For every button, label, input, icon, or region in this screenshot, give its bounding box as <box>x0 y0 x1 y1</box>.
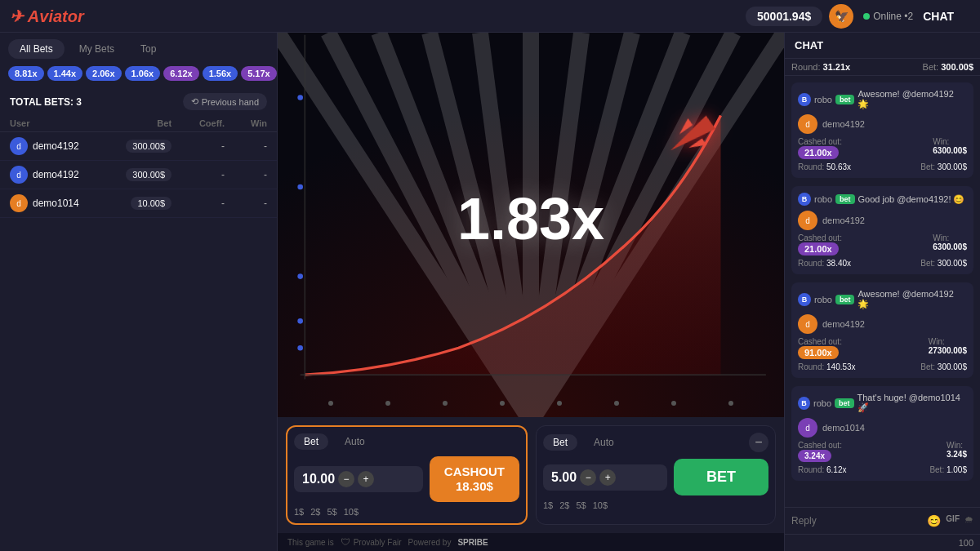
svg-point-16 <box>297 273 303 279</box>
username: demo4192 <box>33 169 79 180</box>
game-footer: This game is 🛡 Provably Fair Powered by … <box>278 533 784 551</box>
chat-badge: bet <box>835 194 855 204</box>
chat-username: demo1014 <box>822 423 865 433</box>
user-avatar[interactable]: 🦅 <box>829 4 853 29</box>
msg-text: Awesome! @demo4192 🌟 <box>858 289 967 309</box>
table-row: d demo4192 300.00$ - - <box>0 132 277 161</box>
svg-point-18 <box>297 345 303 351</box>
footer-brand: SPRIBE <box>457 538 488 547</box>
online-indicator: Online • 2 <box>863 11 913 22</box>
sender-name: robo <box>814 194 832 204</box>
chat-badge: bet <box>835 295 855 304</box>
avatar: d <box>10 137 28 155</box>
bottom-controls: Bet Auto 10.00 − + CASHOUT 18.30$ <box>278 417 784 533</box>
logo: ✈ Aviator <box>10 7 84 26</box>
quick-2[interactable]: 2$ <box>310 507 320 517</box>
online-count-display: 100 <box>785 534 980 551</box>
quick2-10[interactable]: 10$ <box>593 500 608 510</box>
mult-badge: 2.06x <box>86 66 122 81</box>
chat-avatar: d <box>798 418 817 438</box>
bot-badge: B <box>798 293 811 306</box>
timeline-dot <box>500 401 505 406</box>
chat-header: CHAT <box>785 33 980 59</box>
sender-name: robo <box>814 95 832 104</box>
chat-stats: Cashed out: 3.24x Win: 3.24$ <box>798 441 967 462</box>
bet-tab-bet[interactable]: Bet <box>294 433 328 450</box>
chat-reply-input[interactable] <box>791 515 927 527</box>
bet-tab-auto[interactable]: Auto <box>335 433 375 450</box>
cashed-out-badge: 91.00x <box>798 346 839 359</box>
round-value: 31.21x <box>823 62 851 72</box>
mult-badge: 6.12x <box>163 66 199 81</box>
cashout-amount: 18.30$ <box>444 479 505 494</box>
timeline-dot <box>385 401 390 406</box>
cashout-button[interactable]: CASHOUT 18.30$ <box>430 456 519 502</box>
emoji-icon[interactable]: 😊 <box>927 514 941 527</box>
bets-table: User Bet Coeff. Win d demo4192 300.00$ - <box>0 115 277 218</box>
bot-badge: B <box>798 397 810 410</box>
online-count-val: 100 <box>959 538 973 548</box>
chat-messages: B robo bet Awesome! @demo4192 🌟 d demo41… <box>785 76 980 507</box>
total-count: 3 <box>76 96 82 108</box>
round-label: Round: 31.21x <box>791 62 850 72</box>
provably-fair[interactable]: 🛡 Provably Fair <box>341 536 402 548</box>
bet-minus-btn[interactable]: − <box>338 471 354 487</box>
chat-stats: Cashed out: 21.00x Win: 6300.00$ <box>798 233 967 256</box>
chat-message: B robo bet Awesome! @demo4192 🌟 d demo41… <box>791 282 973 378</box>
prev-hand-button[interactable]: ⟲ Previous hand <box>183 93 267 110</box>
quick-5[interactable]: 5$ <box>327 507 337 517</box>
balance-amount: 50001.94$ <box>757 10 811 23</box>
quick2-1[interactable]: 1$ <box>543 500 553 510</box>
chat-message: B robo bet Awesome! @demo4192 🌟 d demo41… <box>791 82 973 178</box>
bet-panel-1-tabs: Bet Auto <box>294 433 519 450</box>
tab-top[interactable]: Top <box>129 39 167 59</box>
chat-reply-icons: 😊 GIF 🌧 <box>927 514 973 527</box>
tab-all-bets[interactable]: All Bets <box>8 39 65 59</box>
chat-msg-header: B robo bet Good job @demo4192! 😊 <box>798 193 967 206</box>
chat-user-row: d demo4192 <box>798 314 967 334</box>
quick2-2[interactable]: 2$ <box>559 500 569 510</box>
bet-amount-input[interactable]: 10.00 − + <box>294 466 423 492</box>
chat-stats: Cashed out: 91.00x Win: 27300.00$ <box>798 337 967 359</box>
bet2-plus-btn[interactable]: + <box>599 469 616 486</box>
svg-point-15 <box>297 184 303 190</box>
bet-input-row: 10.00 − + CASHOUT 18.30$ <box>294 456 519 502</box>
bot-badge: B <box>798 93 811 106</box>
chat-user-row: d demo4192 <box>798 114 967 134</box>
bet-amount-controls: − + <box>338 471 374 487</box>
quick-amounts-2: 1$ 2$ 5$ 10$ <box>543 500 768 510</box>
col-bet: Bet <box>105 115 181 132</box>
chat-username: demo4192 <box>822 119 865 129</box>
table-row: d demo4192 300.00$ - - <box>0 161 277 189</box>
bet2-tab-auto[interactable]: Auto <box>584 434 624 451</box>
chat-panel: CHAT Round: 31.21x Bet: 300.00$ B robo b… <box>784 33 980 551</box>
quick-10[interactable]: 10$ <box>344 507 359 517</box>
left-panel: All Bets My Bets Top 8.81x 1.44x 2.06x 1… <box>0 33 278 551</box>
chat-badge: bet <box>835 398 854 408</box>
history-icon: ⟲ <box>191 96 198 107</box>
win-val: - <box>234 189 277 218</box>
gif-icon[interactable]: GIF <box>946 514 960 527</box>
timeline-dot <box>328 401 333 406</box>
bet2-amount-input[interactable]: 5.00 − + <box>543 464 667 491</box>
rain-icon[interactable]: 🌧 <box>964 514 973 527</box>
balance-display: 50001.94$ <box>746 7 822 26</box>
current-multiplier: 1.83x <box>457 185 604 251</box>
bet-plus-btn[interactable]: + <box>358 471 374 487</box>
quick2-5[interactable]: 5$ <box>577 500 586 510</box>
coeff-val: - <box>181 161 234 189</box>
tab-my-bets[interactable]: My Bets <box>68 39 126 59</box>
bet2-tab-bet[interactable]: Bet <box>543 434 577 451</box>
timeline-dot <box>443 401 448 406</box>
win-val: - <box>234 161 277 189</box>
chat-message: B robo bet Good job @demo4192! 😊 d demo4… <box>791 186 973 274</box>
col-user: User <box>0 115 105 132</box>
chat-username: demo4192 <box>822 319 865 329</box>
bet-button[interactable]: BET <box>674 459 768 495</box>
quick-1[interactable]: 1$ <box>294 507 304 517</box>
panel2-close-btn[interactable]: − <box>749 433 768 452</box>
timeline-dot <box>557 401 562 406</box>
bet-amount: 300.00$ <box>126 168 172 181</box>
chat-avatar: d <box>798 114 817 134</box>
bet2-minus-btn[interactable]: − <box>580 469 596 486</box>
